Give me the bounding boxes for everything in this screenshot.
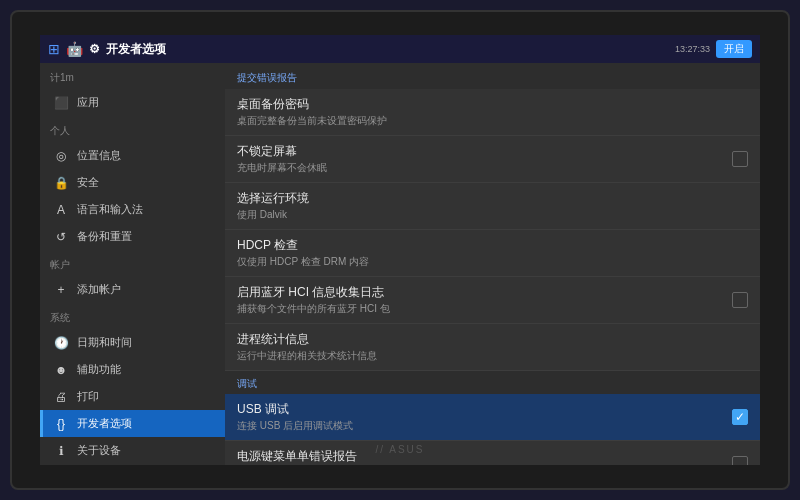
- content-panel: 提交错误报告 桌面备份密码 桌面完整备份当前未设置密码保护 不锁定屏幕 充电时屏…: [225, 63, 760, 465]
- setting-hdcp-subtitle: 仅使用 HDCP 检查 DRM 内容: [237, 255, 748, 269]
- setting-hdcp-text: HDCP 检查 仅使用 HDCP 检查 DRM 内容: [237, 237, 748, 269]
- sidebar-section-account-label: 帐户: [50, 258, 70, 272]
- monitor-screen: ⊞ 🤖 ⚙ 开发者选项 13:27:33 开启 计1m ⬛: [40, 35, 760, 465]
- setting-stay-awake-title: 不锁定屏幕: [237, 143, 732, 160]
- sidebar-item-language[interactable]: A 语言和输入法: [40, 196, 225, 223]
- setting-bluetooth-hci-text: 启用蓝牙 HCI 信息收集日志 捕获每个文件中的所有蓝牙 HCI 包: [237, 284, 732, 316]
- sidebar-add-account-label: 添加帐户: [77, 282, 121, 297]
- accessibility-icon: ☻: [53, 363, 69, 377]
- language-icon: A: [53, 203, 69, 217]
- sidebar-datetime-label: 日期和时间: [77, 335, 132, 350]
- sidebar-item-developer[interactable]: {} 开发者选项: [40, 410, 225, 437]
- setting-process-stats-text: 进程统计信息 运行中进程的相关技术统计信息: [237, 331, 748, 363]
- sidebar-item-datetime[interactable]: 🕐 日期和时间: [40, 329, 225, 356]
- setting-bluetooth-hci-title: 启用蓝牙 HCI 信息收集日志: [237, 284, 732, 301]
- sidebar-section-time: 计1m: [40, 63, 225, 89]
- print-icon: 🖨: [53, 390, 69, 404]
- stay-awake-checkbox[interactable]: [732, 151, 748, 167]
- sidebar-item-accessibility[interactable]: ☻ 辅助功能: [40, 356, 225, 383]
- page-title: 开发者选项: [106, 41, 166, 58]
- top-bar: ⊞ 🤖 ⚙ 开发者选项 13:27:33 开启: [40, 35, 760, 63]
- apps-icon: ⬛: [53, 96, 69, 110]
- gear-icon: ⚙: [89, 42, 100, 56]
- debug-section-label: 调试: [225, 371, 760, 394]
- sidebar-section-personal-label: 个人: [50, 124, 70, 138]
- sidebar-section-system: 系统: [40, 303, 225, 329]
- developer-icon: {}: [53, 417, 69, 431]
- lock-icon: 🔒: [53, 176, 69, 190]
- sidebar: 计1m ⬛ 应用 个人 ◎ 位置信息 🔒 安全: [40, 63, 225, 465]
- sidebar-item-location[interactable]: ◎ 位置信息: [40, 142, 225, 169]
- setting-stay-awake-subtitle: 充电时屏幕不会休眠: [237, 161, 732, 175]
- main-content: 计1m ⬛ 应用 个人 ◎ 位置信息 🔒 安全: [40, 63, 760, 465]
- location-icon: ◎: [53, 149, 69, 163]
- setting-hdcp-title: HDCP 检查: [237, 237, 748, 254]
- power-menu-checkbox[interactable]: [732, 456, 748, 465]
- windows-icon: ⊞: [48, 41, 60, 57]
- setting-usb-debug[interactable]: USB 调试 连接 USB 后启用调试模式 ✓: [225, 394, 760, 441]
- sidebar-apps-label: 应用: [77, 95, 99, 110]
- setting-process-stats-subtitle: 运行中进程的相关技术统计信息: [237, 349, 748, 363]
- setting-usb-debug-subtitle: 连接 USB 后启用调试模式: [237, 419, 732, 433]
- sidebar-section-account: 帐户: [40, 250, 225, 276]
- error-report-section: 提交错误报告: [225, 63, 760, 89]
- sidebar-language-label: 语言和输入法: [77, 202, 143, 217]
- setting-backup-password-subtitle: 桌面完整备份当前未设置密码保护: [237, 114, 748, 128]
- setting-backup-password-text: 桌面备份密码 桌面完整备份当前未设置密码保护: [237, 96, 748, 128]
- setting-runtime-title: 选择运行环境: [237, 190, 748, 207]
- monitor-outer: ⊞ 🤖 ⚙ 开发者选项 13:27:33 开启 计1m ⬛: [10, 10, 790, 490]
- clock-icon: 🕐: [53, 336, 69, 350]
- setting-runtime-subtitle: 使用 Dalvik: [237, 208, 748, 222]
- add-icon: +: [53, 283, 69, 297]
- usb-debug-checkbox[interactable]: ✓: [732, 409, 748, 425]
- sidebar-print-label: 打印: [77, 389, 99, 404]
- setting-backup-password[interactable]: 桌面备份密码 桌面完整备份当前未设置密码保护: [225, 89, 760, 136]
- setting-process-stats[interactable]: 进程统计信息 运行中进程的相关技术统计信息: [225, 324, 760, 371]
- sidebar-security-label: 安全: [77, 175, 99, 190]
- sidebar-item-apps[interactable]: ⬛ 应用: [40, 89, 225, 116]
- developer-toggle[interactable]: 开启: [716, 40, 752, 58]
- status-time: 13:27:33: [675, 44, 710, 54]
- sidebar-section-personal: 个人: [40, 116, 225, 142]
- bluetooth-hci-checkbox[interactable]: [732, 292, 748, 308]
- setting-runtime-text: 选择运行环境 使用 Dalvik: [237, 190, 748, 222]
- sidebar-location-label: 位置信息: [77, 148, 121, 163]
- setting-runtime[interactable]: 选择运行环境 使用 Dalvik: [225, 183, 760, 230]
- sidebar-item-backup[interactable]: ↺ 备份和重置: [40, 223, 225, 250]
- setting-stay-awake[interactable]: 不锁定屏幕 充电时屏幕不会休眠: [225, 136, 760, 183]
- setting-usb-debug-title: USB 调试: [237, 401, 732, 418]
- setting-hdcp[interactable]: HDCP 检查 仅使用 HDCP 检查 DRM 内容: [225, 230, 760, 277]
- setting-process-stats-title: 进程统计信息: [237, 331, 748, 348]
- monitor-logo: // ASUS: [40, 444, 760, 455]
- setting-backup-password-title: 桌面备份密码: [237, 96, 748, 113]
- sidebar-item-print[interactable]: 🖨 打印: [40, 383, 225, 410]
- sidebar-item-security[interactable]: 🔒 安全: [40, 169, 225, 196]
- setting-usb-debug-text: USB 调试 连接 USB 后启用调试模式: [237, 401, 732, 433]
- sidebar-section-system-label: 系统: [50, 311, 70, 325]
- backup-icon: ↺: [53, 230, 69, 244]
- setting-bluetooth-hci-subtitle: 捕获每个文件中的所有蓝牙 HCI 包: [237, 302, 732, 316]
- sidebar-section-time-label: 计1m: [50, 71, 74, 85]
- setting-bluetooth-hci[interactable]: 启用蓝牙 HCI 信息收集日志 捕获每个文件中的所有蓝牙 HCI 包: [225, 277, 760, 324]
- sidebar-accessibility-label: 辅助功能: [77, 362, 121, 377]
- android-icon: 🤖: [66, 41, 83, 57]
- setting-stay-awake-text: 不锁定屏幕 充电时屏幕不会休眠: [237, 143, 732, 175]
- sidebar-item-add-account[interactable]: + 添加帐户: [40, 276, 225, 303]
- settings-container: ⊞ 🤖 ⚙ 开发者选项 13:27:33 开启 计1m ⬛: [40, 35, 760, 465]
- sidebar-backup-label: 备份和重置: [77, 229, 132, 244]
- top-bar-title: ⚙ 开发者选项: [89, 41, 669, 58]
- sidebar-developer-label: 开发者选项: [77, 416, 132, 431]
